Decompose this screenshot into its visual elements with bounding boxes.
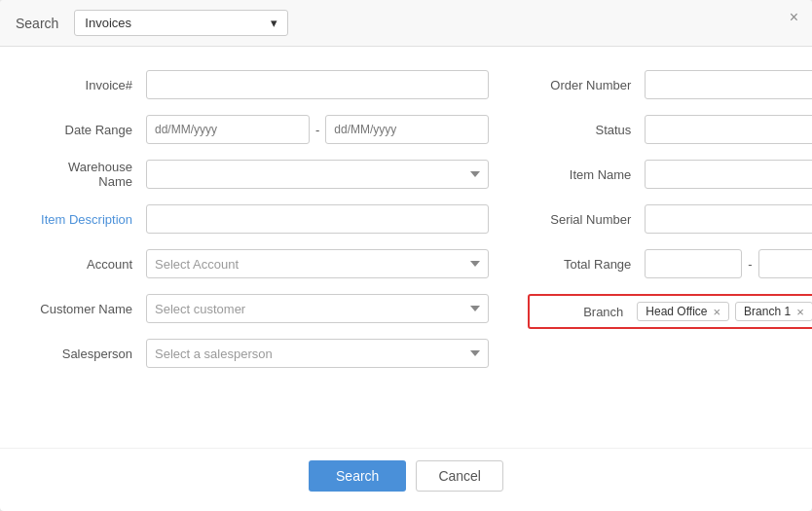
status-row: Status <box>528 115 812 144</box>
salesperson-select[interactable]: Select a salesperson <box>146 339 489 368</box>
total-range-label: Total Range <box>528 257 645 272</box>
salesperson-label: Salesperson <box>29 347 146 361</box>
total-to-input[interactable] <box>758 249 812 278</box>
serial-number-input[interactable] <box>645 204 812 234</box>
status-label: Status <box>528 123 645 137</box>
account-row: Account Select Account <box>29 249 489 278</box>
date-range-group: - <box>146 115 489 144</box>
item-name-select[interactable] <box>645 160 812 189</box>
chevron-down-icon: ▾ <box>271 16 277 30</box>
item-name-label: Item Name <box>528 167 645 182</box>
search-button[interactable]: Search <box>309 460 406 492</box>
date-range-label: Date Range <box>29 123 146 137</box>
date-from-input[interactable] <box>146 115 310 144</box>
right-column: Order Number Status Item Name <box>528 70 812 383</box>
search-type-dropdown[interactable]: Invoices ▾ <box>74 10 288 36</box>
date-to-input[interactable] <box>325 115 489 144</box>
item-desc-row: Item Description <box>29 204 489 234</box>
item-desc-input[interactable] <box>146 204 489 234</box>
modal-body: Invoice# Date Range - WarehouseName <box>0 47 812 448</box>
warehouse-select[interactable] <box>146 160 489 189</box>
search-modal: Search Invoices ▾ × Invoice# Date Range <box>0 0 812 511</box>
branch-tags: Head Office × Branch 1 × <box>637 302 812 321</box>
item-name-row: Item Name <box>528 160 812 189</box>
modal-header: Search Invoices ▾ × <box>0 0 812 47</box>
branch-row: Branch Head Office × Branch 1 × <box>528 294 812 329</box>
warehouse-label: WarehouseName <box>29 160 146 189</box>
order-number-label: Order Number <box>528 78 645 92</box>
customer-row: Customer Name Select customer <box>29 294 489 323</box>
order-number-input[interactable] <box>645 70 812 99</box>
item-desc-label: Item Description <box>29 212 146 227</box>
total-range-group: - <box>645 249 812 278</box>
account-label: Account <box>29 257 146 272</box>
close-button[interactable]: × <box>790 10 798 25</box>
order-number-row: Order Number <box>528 70 812 99</box>
customer-label: Customer Name <box>29 302 146 316</box>
cancel-button[interactable]: Cancel <box>416 460 503 492</box>
date-range-row: Date Range - <box>29 115 489 144</box>
account-select[interactable]: Select Account <box>146 249 489 278</box>
customer-select[interactable]: Select customer <box>146 294 489 323</box>
invoice-label: Invoice# <box>29 78 146 92</box>
invoice-input[interactable] <box>146 70 489 99</box>
total-from-input[interactable] <box>645 249 742 278</box>
branch-tag-branch1-close[interactable]: × <box>796 306 804 318</box>
total-range-row: Total Range - <box>528 249 812 278</box>
branch-tag-branch1: Branch 1 × <box>735 302 812 321</box>
status-select[interactable] <box>645 115 812 144</box>
branch-tag-branch1-label: Branch 1 <box>744 305 791 318</box>
form-grid: Invoice# Date Range - WarehouseName <box>29 70 783 383</box>
branch-tag-head-office-label: Head Office <box>646 305 707 318</box>
search-label: Search <box>16 16 58 31</box>
modal-footer: Search Cancel <box>0 448 812 511</box>
left-column: Invoice# Date Range - WarehouseName <box>29 70 489 383</box>
branch-label: Branch <box>539 305 637 319</box>
invoice-row: Invoice# <box>29 70 489 99</box>
branch-tag-head-office: Head Office × <box>637 302 729 321</box>
serial-number-row: Serial Number <box>528 204 812 234</box>
date-separator: - <box>315 123 319 137</box>
search-type-value: Invoices <box>85 16 131 30</box>
branch-tag-head-office-close[interactable]: × <box>714 306 721 318</box>
salesperson-row: Salesperson Select a salesperson <box>29 339 489 368</box>
total-separator: - <box>748 257 752 272</box>
warehouse-row: WarehouseName <box>29 160 489 189</box>
serial-number-label: Serial Number <box>528 212 645 227</box>
